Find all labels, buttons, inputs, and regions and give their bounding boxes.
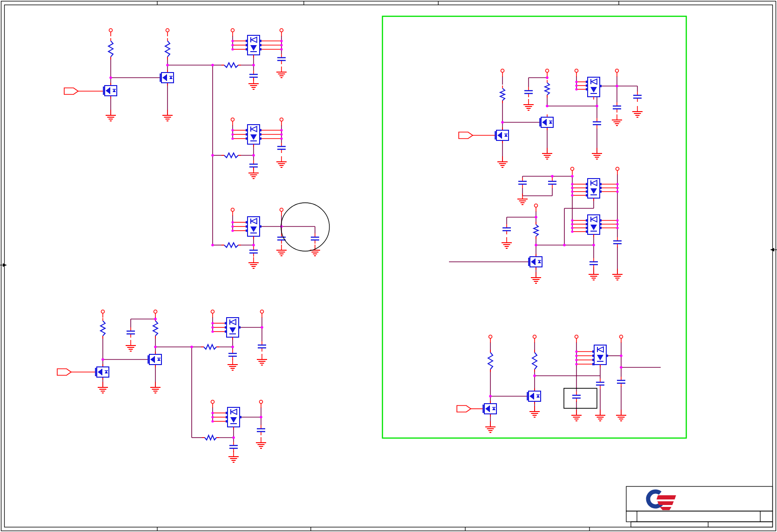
ground-symbol[interactable] bbox=[126, 340, 136, 351]
capacitor[interactable] bbox=[589, 258, 598, 268]
ground-symbol[interactable] bbox=[276, 66, 287, 78]
capacitor[interactable] bbox=[613, 237, 622, 247]
capacitor[interactable] bbox=[228, 350, 237, 360]
resistor[interactable] bbox=[545, 80, 549, 98]
ground-symbol[interactable] bbox=[612, 269, 623, 280]
ground-symbol[interactable] bbox=[595, 410, 605, 421]
resistor[interactable] bbox=[202, 435, 219, 440]
capacitor[interactable] bbox=[617, 377, 625, 387]
mosfet-p-power[interactable] bbox=[211, 318, 241, 340]
power-pin[interactable] bbox=[211, 310, 214, 318]
capacitor[interactable] bbox=[277, 54, 286, 64]
ground-symbol[interactable] bbox=[517, 193, 528, 205]
ground-symbol[interactable] bbox=[276, 156, 287, 167]
ground-symbol[interactable] bbox=[529, 406, 540, 417]
power-pin[interactable] bbox=[231, 118, 234, 126]
power-pin[interactable] bbox=[101, 310, 105, 318]
ground-symbol[interactable] bbox=[106, 110, 116, 121]
power-pin[interactable] bbox=[575, 335, 578, 343]
mosfet-n[interactable] bbox=[496, 127, 509, 143]
resistor[interactable] bbox=[153, 318, 158, 339]
capacitor[interactable] bbox=[277, 143, 286, 153]
resistor[interactable] bbox=[221, 153, 241, 158]
input-connector[interactable] bbox=[459, 132, 496, 139]
resistor[interactable] bbox=[500, 86, 505, 103]
mosfet-n[interactable] bbox=[161, 70, 174, 86]
resistor[interactable] bbox=[201, 345, 219, 349]
power-pin[interactable] bbox=[231, 29, 234, 37]
power-pin[interactable] bbox=[489, 335, 492, 343]
ground-symbol[interactable] bbox=[632, 106, 643, 117]
ground-symbol[interactable] bbox=[592, 148, 602, 159]
mosfet-n[interactable] bbox=[528, 388, 541, 404]
power-pin[interactable] bbox=[616, 167, 619, 175]
capacitor[interactable] bbox=[633, 92, 642, 102]
power-pin[interactable] bbox=[620, 335, 623, 343]
power-pin[interactable] bbox=[546, 69, 549, 77]
power-pin[interactable] bbox=[211, 400, 214, 408]
mosfet-p-power[interactable] bbox=[231, 217, 261, 239]
ground-symbol[interactable] bbox=[589, 269, 599, 280]
mosfet-p-power[interactable] bbox=[571, 215, 618, 237]
power-pin[interactable] bbox=[260, 400, 263, 408]
power-pin[interactable] bbox=[280, 118, 283, 126]
capacitor[interactable] bbox=[257, 425, 265, 435]
capacitor[interactable] bbox=[502, 224, 511, 234]
power-pin[interactable] bbox=[280, 29, 283, 37]
annotation-circle[interactable] bbox=[281, 203, 329, 251]
ground-symbol[interactable] bbox=[523, 99, 534, 110]
capacitor[interactable] bbox=[524, 87, 533, 97]
input-connector[interactable] bbox=[64, 88, 104, 94]
ground-symbol[interactable] bbox=[228, 451, 239, 462]
ground-symbol[interactable] bbox=[571, 410, 582, 421]
capacitor[interactable] bbox=[311, 233, 319, 244]
ground-symbol[interactable] bbox=[162, 110, 173, 121]
capacitor[interactable] bbox=[127, 327, 135, 338]
mosfet-n[interactable] bbox=[540, 114, 554, 130]
ground-symbol[interactable] bbox=[98, 382, 108, 393]
resistor[interactable] bbox=[488, 350, 493, 372]
mosfet-p-power[interactable] bbox=[575, 345, 608, 367]
mosfet-n[interactable] bbox=[483, 401, 497, 417]
mosfet-p-power[interactable] bbox=[231, 125, 282, 147]
mosfet-n[interactable] bbox=[96, 364, 109, 380]
capacitor[interactable] bbox=[613, 102, 621, 113]
capacitor[interactable] bbox=[277, 233, 286, 244]
mosfet-n[interactable] bbox=[148, 352, 162, 367]
resistor[interactable] bbox=[108, 38, 113, 60]
ground-symbol[interactable] bbox=[612, 114, 622, 126]
mosfet-n[interactable] bbox=[104, 83, 117, 99]
capacitor[interactable] bbox=[596, 379, 604, 389]
resistor[interactable] bbox=[100, 318, 105, 339]
ground-symbol[interactable] bbox=[485, 421, 496, 432]
mosfet-p-power[interactable] bbox=[211, 407, 241, 430]
power-pin[interactable] bbox=[231, 208, 234, 216]
power-pin[interactable] bbox=[533, 335, 536, 343]
ground-symbol[interactable] bbox=[248, 257, 259, 268]
capacitor[interactable] bbox=[229, 442, 238, 452]
resistor[interactable] bbox=[221, 63, 241, 67]
input-connector[interactable] bbox=[57, 369, 96, 375]
mosfet-p-power[interactable] bbox=[571, 179, 618, 201]
mosfet-n[interactable] bbox=[529, 254, 543, 270]
resistor[interactable] bbox=[534, 222, 538, 239]
power-pin[interactable] bbox=[280, 208, 283, 216]
ground-symbol[interactable] bbox=[542, 148, 552, 159]
input-connector[interactable] bbox=[457, 406, 483, 412]
capacitor[interactable] bbox=[518, 178, 527, 188]
ground-symbol[interactable] bbox=[256, 437, 266, 448]
power-pin[interactable] bbox=[616, 69, 619, 77]
capacitor[interactable] bbox=[548, 178, 556, 188]
power-pin[interactable] bbox=[261, 310, 264, 318]
ground-symbol[interactable] bbox=[616, 410, 626, 421]
power-pin[interactable] bbox=[109, 29, 113, 37]
resistor[interactable] bbox=[532, 350, 537, 372]
ground-symbol[interactable] bbox=[497, 156, 508, 167]
mosfet-p-power[interactable] bbox=[575, 77, 602, 100]
capacitor[interactable] bbox=[258, 341, 266, 352]
power-pin[interactable] bbox=[571, 167, 574, 175]
ground-symbol[interactable] bbox=[228, 359, 238, 370]
power-pin[interactable] bbox=[166, 29, 169, 37]
ground-symbol[interactable] bbox=[502, 237, 512, 248]
mosfet-p-power[interactable] bbox=[231, 35, 282, 58]
